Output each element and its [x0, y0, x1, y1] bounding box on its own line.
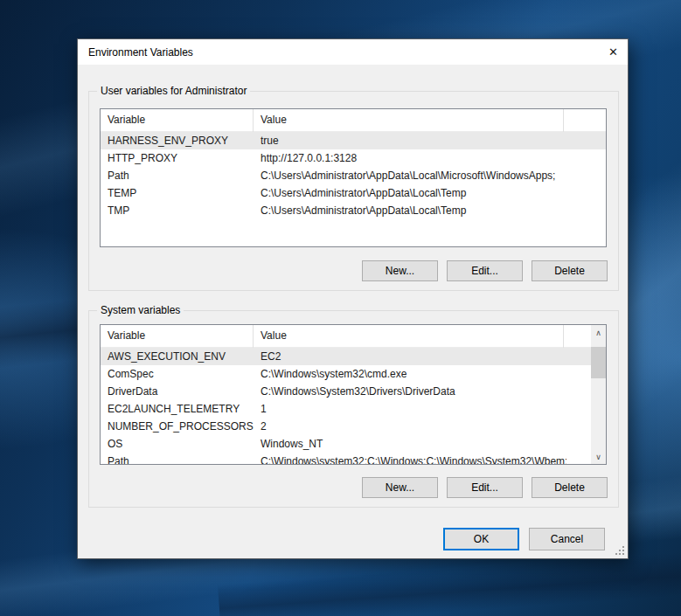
system-variables-table[interactable]: Variable Value AWS_EXECUTION_ENV EC2 Com…: [100, 324, 607, 465]
ok-button[interactable]: OK: [443, 528, 519, 550]
value-cell: C:\Users\Administrator\AppData\Local\Mic…: [254, 167, 566, 184]
user-table-header: Variable Value: [101, 109, 606, 132]
value-cell: C:\Windows\System32\Drivers\DriverData: [254, 383, 566, 400]
column-header-variable[interactable]: Variable: [101, 325, 254, 348]
variable-cell: NUMBER_OF_PROCESSORS: [101, 418, 254, 435]
variable-cell: AWS_EXECUTION_ENV: [101, 348, 254, 365]
table-row[interactable]: TEMP C:\Users\Administrator\AppData\Loca…: [101, 184, 606, 202]
scroll-down-icon[interactable]: ∨: [591, 449, 606, 464]
scrollbar-thumb[interactable]: [591, 347, 606, 378]
variable-cell: OS: [101, 435, 254, 453]
desktop-wallpaper: Environment Variables ✕ User variables f…: [0, 0, 681, 616]
value-cell: 1: [254, 400, 566, 418]
close-button[interactable]: ✕: [599, 39, 628, 65]
variable-cell: TEMP: [101, 184, 254, 202]
table-row[interactable]: AWS_EXECUTION_ENV EC2: [101, 348, 592, 365]
user-new-button[interactable]: New...: [362, 260, 438, 281]
vertical-scrollbar[interactable]: ∧ ∨: [591, 325, 606, 464]
system-edit-button[interactable]: Edit...: [447, 477, 523, 498]
value-cell: http://127.0.0.1:3128: [254, 149, 566, 167]
system-new-button[interactable]: New...: [362, 477, 438, 498]
variable-cell: Path: [101, 453, 254, 465]
table-row[interactable]: HARNESS_ENV_PROXY true: [101, 132, 606, 149]
variable-cell: ComSpec: [101, 365, 254, 383]
value-cell: true: [254, 132, 566, 149]
column-header-variable[interactable]: Variable: [101, 109, 254, 132]
variable-cell: EC2LAUNCH_TELEMETRY: [101, 400, 254, 418]
table-row[interactable]: Path C:\Users\Administrator\AppData\Loca…: [101, 167, 606, 184]
cancel-button[interactable]: Cancel: [529, 528, 605, 550]
resize-grip-icon[interactable]: [615, 545, 624, 555]
system-delete-button[interactable]: Delete: [532, 477, 608, 498]
system-variables-group-label: System variables: [97, 304, 184, 316]
table-row[interactable]: Path C:\Windows\system32;C:\Windows;C:\W…: [101, 453, 592, 465]
table-row[interactable]: TMP C:\Users\Administrator\AppData\Local…: [101, 202, 606, 219]
value-cell: 2: [254, 418, 566, 435]
value-cell: C:\Windows\system32;C:\Windows;C:\Window…: [254, 453, 566, 465]
user-delete-button[interactable]: Delete: [532, 260, 608, 281]
variable-cell: HTTP_PROXY: [101, 149, 254, 167]
scroll-up-icon[interactable]: ∧: [591, 325, 606, 340]
table-row[interactable]: EC2LAUNCH_TELEMETRY 1: [101, 400, 592, 418]
variable-cell: HARNESS_ENV_PROXY: [101, 132, 254, 149]
value-cell: C:\Users\Administrator\AppData\Local\Tem…: [254, 202, 566, 219]
value-cell: C:\Windows\system32\cmd.exe: [254, 365, 566, 383]
value-cell: EC2: [254, 348, 566, 365]
value-cell: C:\Users\Administrator\AppData\Local\Tem…: [254, 184, 566, 202]
user-variables-table[interactable]: Variable Value HARNESS_ENV_PROXY true HT…: [100, 108, 607, 247]
column-header-value[interactable]: Value: [254, 325, 564, 348]
table-row[interactable]: ComSpec C:\Windows\system32\cmd.exe: [101, 365, 592, 383]
system-table-header: Variable Value: [101, 325, 592, 348]
column-header-value[interactable]: Value: [254, 109, 564, 132]
table-row[interactable]: HTTP_PROXY http://127.0.0.1:3128: [101, 149, 606, 167]
dialog-titlebar: Environment Variables ✕: [78, 39, 628, 65]
table-row[interactable]: DriverData C:\Windows\System32\Drivers\D…: [101, 383, 592, 400]
user-variables-group-label: User variables for Administrator: [97, 85, 250, 97]
system-table-rows: AWS_EXECUTION_ENV EC2 ComSpec C:\Windows…: [101, 348, 592, 465]
dialog-title: Environment Variables: [88, 46, 193, 59]
table-row[interactable]: OS Windows_NT: [101, 435, 592, 453]
variable-cell: Path: [101, 167, 254, 184]
variable-cell: TMP: [101, 202, 254, 219]
user-table-rows: HARNESS_ENV_PROXY true HTTP_PROXY http:/…: [101, 132, 606, 219]
value-cell: Windows_NT: [254, 435, 566, 453]
user-edit-button[interactable]: Edit...: [447, 260, 523, 281]
environment-variables-dialog: Environment Variables ✕ User variables f…: [77, 38, 629, 559]
table-row[interactable]: NUMBER_OF_PROCESSORS 2: [101, 418, 592, 435]
close-icon: ✕: [608, 45, 618, 59]
variable-cell: DriverData: [101, 383, 254, 400]
